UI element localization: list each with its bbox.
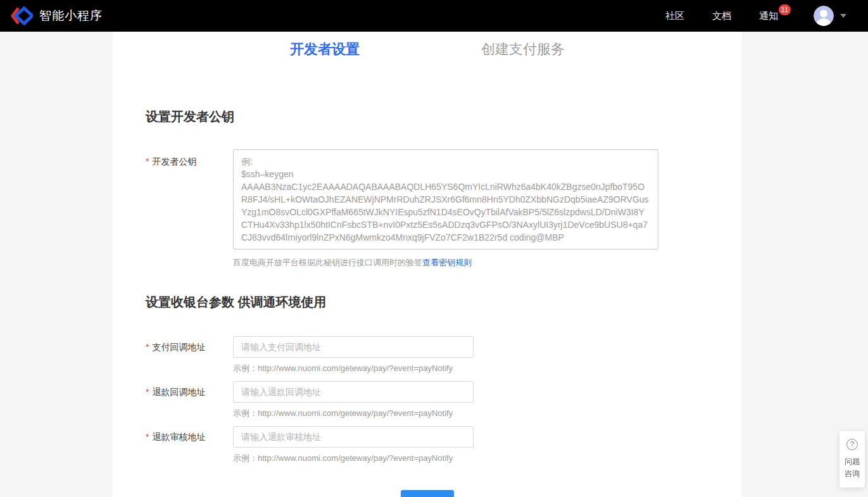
tab-create-payment-service[interactable]: 创建支付服务 <box>481 40 565 59</box>
developer-public-key-row: *开发者公钥 百度电商开放平台根据此秘钥进行接口调用时的验签查看密钥规则 <box>113 149 742 268</box>
required-mark: * <box>146 387 149 397</box>
avatar[interactable] <box>814 6 834 26</box>
user-menu[interactable] <box>814 6 846 26</box>
refund-callback-input[interactable] <box>233 381 474 403</box>
refund-callback-example: 示例：http://www.nuomi.com/geteway/pay/?eve… <box>233 408 474 419</box>
refund-audit-example: 示例：http://www.nuomi.com/geteway/pay/?eve… <box>233 453 474 464</box>
key-rules-link[interactable]: 查看密钥规则 <box>422 258 472 267</box>
nav-item-notifications[interactable]: 通知 11 <box>759 10 778 22</box>
pay-callback-field: 示例：http://www.nuomi.com/geteway/pay/?eve… <box>233 336 474 374</box>
pay-callback-row: *支付回调地址 示例：http://www.nuomi.com/geteway/… <box>113 336 742 374</box>
help-widget-line1: 问题 <box>845 456 860 468</box>
nav-item-notifications-label: 通知 <box>759 10 778 21</box>
logo-icon <box>10 6 33 26</box>
required-mark: * <box>146 156 149 167</box>
help-widget[interactable]: ? 问题 咨询 <box>840 431 865 488</box>
question-icon: ? <box>846 439 858 450</box>
pay-callback-input[interactable] <box>233 336 474 358</box>
nav-item-community[interactable]: 社区 <box>665 10 684 22</box>
navbar-links: 社区 文档 通知 11 <box>638 6 846 26</box>
developer-public-key-textarea[interactable] <box>233 149 658 249</box>
refund-audit-row: *退款审核地址 示例：http://www.nuomi.com/geteway/… <box>113 426 742 464</box>
refund-callback-row: *退款回调地址 示例：http://www.nuomi.com/geteway/… <box>113 381 742 419</box>
pay-callback-example: 示例：http://www.nuomi.com/geteway/pay/?eve… <box>233 363 474 374</box>
developer-public-key-label: *开发者公钥 <box>146 149 233 168</box>
refund-audit-input[interactable] <box>233 426 474 448</box>
notification-badge: 11 <box>779 4 791 15</box>
public-key-helper: 百度电商开放平台根据此秘钥进行接口调用时的验签查看密钥规则 <box>233 257 658 268</box>
refund-callback-field: 示例：http://www.nuomi.com/geteway/pay/?eve… <box>233 381 474 419</box>
refund-audit-field: 示例：http://www.nuomi.com/geteway/pay/?eve… <box>233 426 474 464</box>
brand-title: 智能小程序 <box>39 8 103 24</box>
tab-developer-settings[interactable]: 开发者设置 <box>290 40 360 59</box>
main-content: 开发者设置 创建支付服务 设置开发者公钥 *开发者公钥 百度电商开放平台根据此秘… <box>113 32 742 497</box>
step-tabs: 开发者设置 创建支付服务 <box>113 40 742 59</box>
refund-callback-label: *退款回调地址 <box>146 381 233 419</box>
developer-public-key-field: 百度电商开放平台根据此秘钥进行接口调用时的验签查看密钥规则 <box>233 149 658 268</box>
chevron-down-icon[interactable] <box>840 14 846 18</box>
section-title-cashier: 设置收银台参数 供调通环境使用 <box>113 294 742 311</box>
nav-item-docs[interactable]: 文档 <box>712 10 731 22</box>
brand[interactable]: 智能小程序 <box>10 6 103 26</box>
help-widget-line2: 咨询 <box>845 468 860 480</box>
public-key-helper-text: 百度电商开放平台根据此秘钥进行接口调用时的验签 <box>233 258 422 267</box>
pay-callback-label: *支付回调地址 <box>146 336 233 374</box>
top-navbar: 智能小程序 社区 文档 通知 11 <box>0 0 868 32</box>
refund-audit-label: *退款审核地址 <box>146 426 233 464</box>
required-mark: * <box>146 432 149 442</box>
next-step-button[interactable]: 下一步 <box>401 490 454 497</box>
required-mark: * <box>146 342 149 352</box>
section-title-public-key: 设置开发者公钥 <box>113 108 742 125</box>
